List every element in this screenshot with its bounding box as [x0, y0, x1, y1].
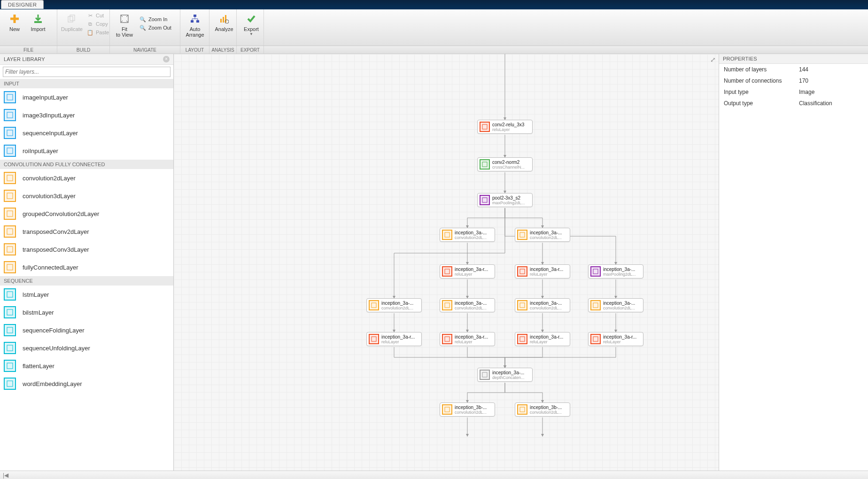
- graph-node[interactable]: inception_3a-...convolution2dL...: [440, 228, 495, 242]
- zoom-out-button[interactable]: 🔍Zoom Out: [136, 23, 174, 32]
- layer-list[interactable]: INPUTimageInputLayerimage3dInputLayerseq…: [0, 79, 173, 471]
- design-canvas[interactable]: ⤢ conv2-relu_3x3reluLayerconv2-norm2cros…: [174, 54, 719, 471]
- layer-item[interactable]: sequenceUnfoldingLayer: [0, 339, 173, 357]
- layer-icon: [4, 288, 16, 301]
- expand-icon[interactable]: ⤢: [710, 56, 716, 63]
- svg-rect-41: [520, 337, 525, 341]
- graph-node[interactable]: inception_3a-r...reluLayer: [515, 332, 570, 346]
- layer-item[interactable]: transposedConv2dLayer: [0, 223, 173, 240]
- graph-node[interactable]: pool2-3x3_s2maxPooling2dL...: [477, 193, 533, 207]
- node-icon: [517, 404, 527, 415]
- layer-name: sequenceUnfoldingLayer: [23, 345, 90, 352]
- zoom-out-icon: 🔍: [139, 24, 147, 31]
- graph-node[interactable]: inception_3a-r...reluLayer: [440, 264, 495, 278]
- layer-item[interactable]: convolution2dLayer: [0, 169, 173, 187]
- property-row: Number of connections170: [719, 75, 868, 86]
- fit-to-view-button[interactable]: Fit to View: [113, 11, 136, 39]
- graph-node[interactable]: inception_3a-...convolution2dL...: [515, 298, 570, 312]
- node-title: inception_3b-...: [530, 405, 562, 410]
- layer-item[interactable]: bilstmLayer: [0, 303, 173, 321]
- filter-layers-input[interactable]: [3, 67, 170, 77]
- layer-name: sequenceInputLayer: [23, 130, 78, 137]
- layer-icon: [4, 127, 16, 139]
- svg-rect-16: [7, 193, 13, 199]
- category-header: CONVOLUTION AND FULLY CONNECTED: [0, 160, 173, 169]
- graph-node[interactable]: conv2-relu_3x3reluLayer: [477, 120, 533, 134]
- close-icon[interactable]: ×: [163, 56, 170, 62]
- layer-name: flattenLayer: [23, 363, 54, 370]
- graph-node[interactable]: inception_3a-r...reluLayer: [440, 332, 495, 346]
- auto-arrange-button[interactable]: Auto Arrange: [183, 11, 207, 39]
- node-icon: [517, 300, 527, 310]
- layer-name: wordEmbeddingLayer: [23, 380, 82, 387]
- layer-item[interactable]: flattenLayer: [0, 357, 173, 375]
- graph-node[interactable]: inception_3a-...convolution2dL...: [366, 298, 422, 312]
- graph-node[interactable]: inception_3a-r...reluLayer: [588, 332, 643, 346]
- node-title: inception_3a-...: [455, 230, 487, 235]
- duplicate-icon: [66, 13, 78, 24]
- layer-item[interactable]: lstmLayer: [0, 286, 173, 303]
- svg-rect-38: [593, 303, 598, 308]
- layer-name: groupedConvolution2dLayer: [23, 210, 99, 217]
- autoarrange-label: Auto Arrange: [186, 26, 204, 38]
- svg-rect-43: [482, 372, 487, 377]
- graph-node[interactable]: inception_3a-r...reluLayer: [515, 264, 570, 278]
- svg-rect-24: [7, 345, 13, 351]
- copy-button: ⧉Copy: [84, 20, 112, 28]
- layer-item[interactable]: imageInputLayer: [0, 88, 173, 106]
- new-button[interactable]: New: [3, 11, 26, 33]
- node-subtitle: crossChannelN...: [492, 165, 525, 170]
- layer-item[interactable]: image3dInputLayer: [0, 106, 173, 124]
- node-icon: [517, 230, 527, 240]
- zoom-in-button[interactable]: 🔍Zoom In: [136, 15, 174, 23]
- svg-rect-22: [7, 309, 13, 315]
- graph-node[interactable]: inception_3a-...convolution2dL...: [515, 228, 570, 242]
- svg-rect-14: [7, 148, 13, 154]
- prev-icon[interactable]: |◀: [3, 472, 8, 479]
- layer-library-title: LAYER LIBRARY: [4, 56, 45, 62]
- svg-rect-36: [445, 303, 450, 308]
- tab-designer[interactable]: DESIGNER: [1, 0, 44, 9]
- property-value: Classification: [799, 100, 832, 107]
- export-button[interactable]: Export ▼: [240, 11, 263, 37]
- graph-node[interactable]: conv2-norm2crossChannelN...: [477, 157, 533, 171]
- analyze-button[interactable]: Analyze: [212, 11, 236, 33]
- plus-icon: [9, 13, 20, 24]
- node-subtitle: reluLayer: [530, 272, 563, 277]
- import-button[interactable]: Import: [26, 11, 50, 33]
- property-key: Number of layers: [724, 66, 799, 73]
- analyze-label: Analyze: [215, 26, 233, 32]
- graph-node[interactable]: inception_3a-r...reluLayer: [366, 332, 422, 346]
- graph-node[interactable]: inception_3a-...convolution2dL...: [440, 298, 495, 312]
- layer-item[interactable]: sequenceFoldingLayer: [0, 321, 173, 339]
- group-build: BUILD: [57, 46, 110, 54]
- svg-rect-6: [196, 20, 199, 23]
- layer-icon: [4, 378, 16, 390]
- graph-node[interactable]: inception_3b-...convolution2dL...: [440, 402, 495, 417]
- paste-icon: 📋: [86, 29, 94, 36]
- layer-item[interactable]: convolution3dLayer: [0, 187, 173, 205]
- graph-node[interactable]: inception_3b-...convolution2dL...: [515, 402, 570, 417]
- node-icon: [442, 300, 452, 310]
- property-value: 144: [799, 66, 808, 73]
- layer-item[interactable]: roiInputLayer: [0, 142, 173, 160]
- paste-button: 📋Paste: [84, 28, 112, 37]
- graph-node[interactable]: inception_3a-...depthConcaten...: [477, 368, 533, 382]
- svg-rect-28: [482, 162, 487, 167]
- layer-item[interactable]: fullyConnectedLayer: [0, 258, 173, 276]
- layer-item[interactable]: sequenceInputLayer: [0, 124, 173, 142]
- graph-node[interactable]: inception_3a-...maxPooling2dL...: [588, 264, 643, 278]
- node-subtitle: reluLayer: [530, 340, 563, 344]
- node-subtitle: convolution2dL...: [381, 306, 413, 310]
- node-icon: [480, 122, 490, 132]
- node-title: inception_3a-r...: [455, 334, 488, 340]
- layer-item[interactable]: transposedConv3dLayer: [0, 240, 173, 258]
- node-icon: [369, 334, 379, 344]
- svg-rect-7: [220, 19, 222, 23]
- node-title: inception_3a-...: [381, 301, 413, 306]
- graph-node[interactable]: inception_3a-...convolution2dL...: [588, 298, 643, 312]
- layer-name: fullyConnectedLayer: [23, 264, 78, 271]
- layer-item[interactable]: wordEmbeddingLayer: [0, 375, 173, 393]
- layer-item[interactable]: groupedConvolution2dLayer: [0, 205, 173, 223]
- node-title: inception_3b-...: [455, 405, 487, 410]
